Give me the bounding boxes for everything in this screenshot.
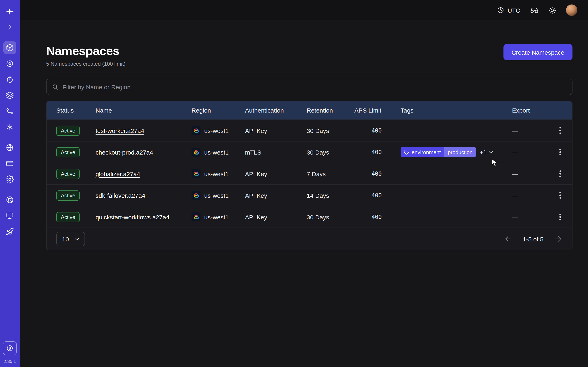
next-page-button[interactable] bbox=[554, 235, 562, 243]
sidebar-item-schedules[interactable] bbox=[3, 73, 16, 86]
app-window: 2.35.1 UTC Namespaces 5 Namespaces creat… bbox=[0, 0, 588, 367]
cube-icon bbox=[6, 44, 14, 52]
sidebar-item-billing[interactable] bbox=[3, 157, 16, 170]
arrow-left-icon bbox=[504, 235, 512, 243]
region-label: us-west1 bbox=[204, 213, 229, 220]
sidebar-item-deployments[interactable] bbox=[3, 89, 16, 102]
column-header-aps-limit: APS Limit bbox=[355, 107, 401, 114]
export-value: — bbox=[512, 127, 547, 134]
export-value: — bbox=[512, 192, 547, 199]
gcp-cloud-icon bbox=[191, 191, 200, 200]
sidebar-item-tutorials[interactable] bbox=[3, 209, 16, 222]
asterisk-icon bbox=[6, 123, 14, 131]
table-row: Active test-worker.a27a4 us-west1 API Ke… bbox=[47, 119, 572, 141]
user-avatar[interactable] bbox=[566, 4, 577, 16]
auth-label: API Key bbox=[245, 127, 307, 134]
namespaces-table: Status Name Region Authentication Retent… bbox=[46, 101, 572, 250]
retention-label: 14 Days bbox=[307, 192, 355, 199]
search-icon bbox=[52, 83, 59, 91]
theme-toggle-button[interactable] bbox=[548, 6, 556, 14]
column-header-name: Name bbox=[95, 107, 191, 114]
aps-limit-value: 400 bbox=[355, 192, 401, 199]
chevron-down-icon bbox=[74, 236, 80, 242]
timezone-label: UTC bbox=[508, 7, 520, 14]
chevron-down-icon bbox=[488, 149, 494, 155]
namespace-link[interactable]: test-worker.a27a4 bbox=[95, 127, 144, 134]
namespace-link[interactable]: globalizer.a27a4 bbox=[95, 170, 140, 177]
pagination: 1-5 of 5 bbox=[504, 235, 562, 243]
column-header-status: Status bbox=[56, 107, 95, 114]
auth-label: API Key bbox=[245, 170, 307, 177]
monitor-icon bbox=[6, 212, 14, 220]
table-row: Active globalizer.a27a4 us-west1 API Key… bbox=[47, 163, 572, 184]
sidebar-item-nexus[interactable] bbox=[3, 121, 16, 134]
tag-key: environment bbox=[412, 149, 441, 155]
row-menu-button[interactable] bbox=[554, 211, 566, 223]
labs-mode-button[interactable] bbox=[530, 6, 539, 15]
filter-input[interactable] bbox=[62, 83, 567, 90]
column-header-export: Export bbox=[512, 107, 547, 114]
page-title: Namespaces bbox=[46, 44, 126, 58]
aps-limit-value: 400 bbox=[355, 149, 401, 155]
branch-icon bbox=[6, 107, 14, 115]
create-namespace-button[interactable]: Create Namespace bbox=[503, 44, 572, 60]
sidebar-expand-chevron-icon[interactable] bbox=[3, 21, 16, 34]
credit-card-icon bbox=[6, 159, 14, 167]
more-tags-button[interactable]: +1 bbox=[480, 149, 495, 155]
row-menu-button[interactable] bbox=[554, 146, 566, 158]
retention-label: 30 Days bbox=[307, 127, 355, 134]
namespace-link[interactable]: checkout-prod.a27a4 bbox=[95, 149, 153, 156]
status-badge: Active bbox=[56, 125, 80, 136]
timezone-selector[interactable]: UTC bbox=[497, 7, 520, 14]
namespace-link[interactable]: sdk-failover.a27a4 bbox=[95, 192, 145, 199]
gcp-cloud-icon bbox=[191, 169, 200, 178]
row-menu-button[interactable] bbox=[554, 189, 566, 201]
row-menu-button[interactable] bbox=[554, 167, 566, 180]
previous-page-button[interactable] bbox=[504, 235, 512, 243]
status-badge: Active bbox=[56, 147, 80, 157]
app-logo[interactable] bbox=[3, 5, 16, 18]
main-content: Namespaces 5 Namespaces created (100 lim… bbox=[20, 20, 588, 367]
table-header-row: Status Name Region Authentication Retent… bbox=[47, 101, 572, 119]
sun-icon bbox=[548, 6, 556, 14]
arrow-right-icon bbox=[554, 235, 562, 243]
auth-label: API Key bbox=[245, 192, 307, 199]
aps-limit-value: 400 bbox=[355, 127, 401, 134]
gear-icon bbox=[6, 175, 14, 184]
sidebar-item-support[interactable] bbox=[3, 193, 16, 206]
row-menu-button[interactable] bbox=[554, 124, 566, 137]
gcp-cloud-icon bbox=[191, 212, 200, 221]
page-size-select[interactable]: 10 bbox=[56, 232, 85, 246]
timer-icon bbox=[6, 75, 14, 83]
sidebar-item-namespaces[interactable] bbox=[3, 41, 16, 54]
sidebar-item-monitoring[interactable] bbox=[3, 57, 16, 70]
export-value: — bbox=[512, 149, 547, 156]
retention-label: 7 Days bbox=[307, 170, 355, 177]
retention-label: 30 Days bbox=[307, 213, 355, 220]
auth-label: API Key bbox=[245, 213, 307, 220]
sidebar-item-settings[interactable] bbox=[3, 173, 16, 186]
disc-icon bbox=[6, 59, 14, 68]
app-version: 2.35.1 bbox=[3, 359, 16, 364]
table-row: Active checkout-prod.a27a4 us-west1 mTLS… bbox=[47, 141, 572, 163]
sidebar-item-quickstart[interactable] bbox=[3, 225, 16, 238]
namespace-link[interactable]: quickstart-workflows.a27a4 bbox=[95, 213, 169, 220]
glasses-icon bbox=[530, 6, 539, 15]
tag-pill[interactable]: environment production bbox=[401, 147, 476, 157]
dollar-circle-icon bbox=[6, 345, 13, 352]
sidebar-item-workflows[interactable] bbox=[3, 105, 16, 118]
sidebar: 2.35.1 bbox=[0, 0, 20, 367]
column-header-retention: Retention bbox=[307, 107, 355, 114]
sidebar-item-regions[interactable] bbox=[3, 141, 16, 154]
region-label: us-west1 bbox=[204, 192, 229, 199]
clock-icon bbox=[497, 7, 504, 14]
status-badge: Active bbox=[56, 212, 80, 222]
export-value: — bbox=[512, 170, 547, 177]
table-row: Active quickstart-workflows.a27a4 us-wes… bbox=[47, 206, 572, 227]
layers-icon bbox=[6, 91, 14, 100]
region-label: us-west1 bbox=[204, 149, 229, 156]
region-label: us-west1 bbox=[204, 127, 229, 134]
more-tags-count: +1 bbox=[480, 149, 486, 155]
column-header-tags: Tags bbox=[401, 107, 512, 114]
usage-button[interactable] bbox=[3, 341, 17, 355]
